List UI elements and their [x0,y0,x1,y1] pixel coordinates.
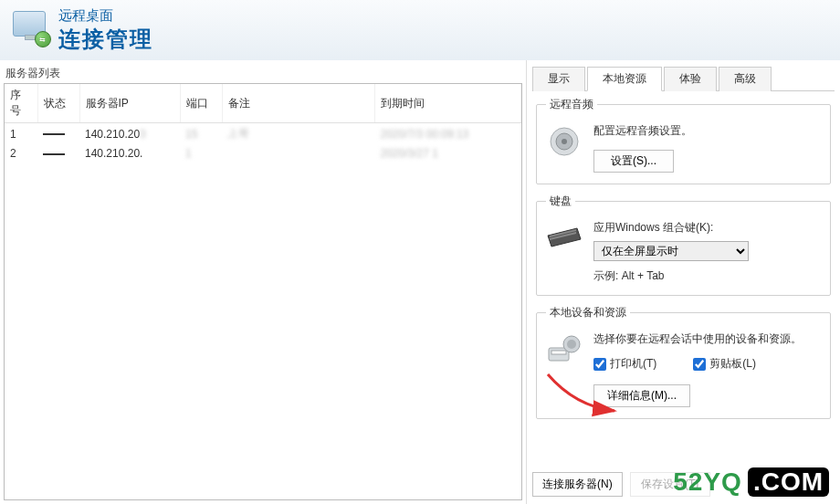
settings-tabs: 显示本地资源体验高级 [532,66,835,91]
clipboard-checkbox-label[interactable]: 剪贴板(L) [693,356,756,372]
legend-remote-audio: 远程音频 [546,97,597,112]
group-local-devices: 本地设备和资源 选择你要在远程会话中使用的设备和资源。 打印机(T) [536,305,831,419]
example-label: 示例: [593,269,618,282]
col-expire[interactable]: 到期时间 [375,84,521,123]
watermark: 52YQ .COM [673,467,829,497]
audio-settings-button[interactable]: 设置(S)... [593,150,674,173]
app-logo-icon: ⇆ [13,11,51,49]
devices-icon [546,331,583,368]
col-ip[interactable]: 服务器IP [79,84,180,123]
server-table[interactable]: 序号 状态 服务器IP 端口 备注 到期时间 1140.210.20315上哥2… [4,83,522,500]
printer-checkbox[interactable] [593,358,606,371]
svg-point-9 [567,340,576,349]
app-header: ⇆ 远程桌面 连接管理 [0,0,840,60]
tab-1[interactable]: 本地资源 [587,67,662,91]
col-status[interactable]: 状态 [37,84,79,123]
svg-point-2 [562,139,567,144]
col-note[interactable]: 备注 [222,84,375,123]
legend-local-devices: 本地设备和资源 [546,305,630,320]
settings-panel: 显示本地资源体验高级 远程音频 配置远程音频设置。 设置(S)... [527,60,840,504]
col-index[interactable]: 序号 [5,84,37,123]
tab-0[interactable]: 显示 [532,67,585,91]
header-title-block: 远程桌面 连接管理 [58,7,153,54]
keyboard-desc: 应用Windows 组合键(K): [593,220,821,236]
table-row[interactable]: 2140.210.20.12020/3/27 1 [5,144,521,163]
tab-2[interactable]: 体验 [664,67,717,91]
svg-rect-7 [551,351,566,354]
audio-desc: 配置远程音频设置。 [593,123,821,139]
group-keyboard: 键盘 应用Windows 组合键(K): 仅在全屏显示时 示例: [536,194,831,296]
group-remote-audio: 远程音频 配置远程音频设置。 设置(S)... [536,97,831,184]
header-subtitle: 远程桌面 [58,7,153,25]
devices-details-button[interactable]: 详细信息(M)... [593,384,690,407]
table-row[interactable]: 1140.210.20315上哥2020/7/3 00:09:13 [5,123,521,145]
server-list-title: 服务器列表 [4,66,522,81]
header-title: 连接管理 [58,25,153,54]
col-port[interactable]: 端口 [180,84,222,123]
server-list-panel: 服务器列表 序号 状态 服务器IP 端口 备注 到期时间 1140.210.20… [0,60,527,504]
clipboard-checkbox[interactable] [693,358,706,371]
tab-3[interactable]: 高级 [719,67,772,91]
keyboard-combo-select[interactable]: 仅在全屏显示时 [593,241,749,261]
speaker-icon [546,123,583,160]
keyboard-icon [546,220,583,257]
legend-keyboard: 键盘 [546,194,575,209]
example-value: Alt + Tab [622,269,665,282]
connect-server-button[interactable]: 连接服务器(N) [532,472,623,497]
devices-desc: 选择你要在远程会话中使用的设备和资源。 [593,331,821,347]
printer-checkbox-label[interactable]: 打印机(T) [593,356,656,372]
tab-panel-local-resources: 远程音频 配置远程音频设置。 设置(S)... 键盘 [532,91,835,468]
